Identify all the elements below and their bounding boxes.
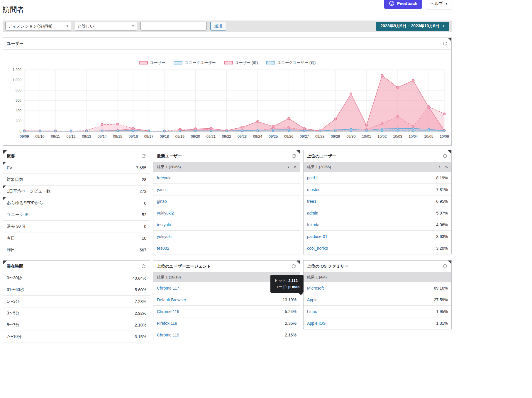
pagination-status: 結果 1 (20/66) [307,164,331,170]
table-row: paiduser013.63% [304,231,451,242]
svg-text:200: 200 [16,119,21,123]
os-link[interactable]: Microsoft [307,286,324,290]
user-link[interactable]: yukiyuki2 [157,211,174,215]
row-label: 1〜3分 [7,299,20,304]
table-row: 7〜10分3.15% [3,331,150,343]
table-row: 対象日数28 [3,174,150,186]
user-link[interactable]: tes002 [157,246,169,251]
top-users-panel: 上位のユーザー 結果 1 (20/66) › » paid18.19% mast… [303,150,452,254]
panel-title: 上位のユーザーエージェント [157,264,211,269]
os-link[interactable]: Apple [307,297,318,302]
row-value: 7.81% [436,187,448,192]
user-agent-link[interactable]: Chrome 116 [157,309,179,314]
table-row: paid18.19% [304,172,451,184]
chevron-down-icon: ▼ [445,2,448,5]
refresh-icon[interactable] [291,153,297,159]
user-agent-link[interactable]: Chrome 117 [157,286,179,290]
pagination-arrows: › » [435,164,448,170]
operator-select-wrap: と等しい [75,22,137,30]
table-row: Microsoft69.16% [304,282,451,294]
panel-title: 上位の OS ファミリー [307,264,349,269]
next-page-icon[interactable]: › [439,164,440,170]
user-link[interactable]: yukiyuki [157,234,172,239]
row-value: 13.19% [283,297,297,302]
user-link[interactable]: testyuki [157,222,171,227]
last-page-icon[interactable]: » [445,164,448,170]
date-range-button[interactable]: 2023年9月9日 – 2023年10月6日 ▼ [376,22,449,31]
table-row: 過去 30 分0 [3,221,150,232]
svg-text:10/02: 10/02 [377,135,387,139]
row-label: 31〜60秒 [7,287,24,292]
refresh-icon[interactable] [291,263,297,269]
table-row: free16.95% [304,195,451,207]
corner-flag [3,197,6,200]
svg-text:10/04: 10/04 [409,135,418,139]
user-link[interactable]: freeyuki [157,176,171,180]
row-value: 28 [142,177,146,182]
pagination-status: 結果 1 (4/4) [307,275,327,280]
row-label: 7〜10分 [7,334,22,339]
user-link[interactable]: fukuda [307,222,319,227]
user-link[interactable]: ginzo [157,199,167,204]
row-value: 52 [142,212,146,217]
refresh-icon[interactable] [442,41,448,46]
pagination-arrows: › » [284,164,297,170]
os-families-rows: Microsoft69.16% Apple27.59% Linux1.95% A… [304,282,451,329]
user-link[interactable]: cool_noriko [307,246,328,251]
corner-handle [448,38,451,41]
table-row: fukuda4.06% [304,219,451,231]
dimension-select[interactable]: ディメンション(分析軸) [5,22,71,30]
row-value: 3.15% [135,334,146,339]
page-header: 訪問者 Feedback ヘルプ ▼ [3,0,455,21]
row-value: 1.95% [436,309,448,314]
user-link[interactable]: yasuji [157,187,167,192]
panel-title: 概要 [7,154,15,159]
legend-item-unique-users-prev: ユニークユーザー (前) [266,60,316,65]
user-agent-link[interactable]: Chrome 119 [157,333,179,337]
user-link[interactable]: master [307,187,320,192]
refresh-icon[interactable] [442,263,448,269]
legend-swatch-blue [174,61,182,64]
list-item: ginzo [153,195,300,207]
row-label: 5〜7分 [7,322,20,328]
user-link[interactable]: paid1 [307,176,317,180]
os-families-panel: 上位の OS ファミリー 結果 1 (4/4) Microsoft69.16% … [303,260,452,329]
feedback-button[interactable]: Feedback [384,0,422,9]
panel-header: 上位の OS ファミリー [304,261,451,272]
last-page-icon[interactable]: » [294,164,297,170]
user-agent-link[interactable]: Firefox 118 [157,321,177,326]
row-value: 6.95% [436,199,448,204]
list-item: yukiyuki2 [153,207,300,219]
filter-value-input[interactable] [140,22,207,30]
svg-text:09/28: 09/28 [315,135,324,139]
svg-text:09/26: 09/26 [284,135,293,139]
refresh-icon[interactable] [141,153,146,159]
user-link[interactable]: admin [307,211,318,215]
user-link[interactable]: free1 [307,199,316,204]
pagination-status: 結果 1 (20/66) [157,164,181,170]
refresh-icon[interactable] [141,263,146,269]
operator-select[interactable]: と等しい [75,22,137,30]
svg-text:1,000: 1,000 [13,78,21,82]
dimension-select-wrap: ディメンション(分析軸) [5,22,71,30]
table-row: Apple iOS1.31% [304,317,451,329]
row-value: 7.23% [135,299,146,304]
svg-text:09/23: 09/23 [238,135,247,139]
feedback-label: Feedback [397,1,417,6]
apply-button[interactable]: 適用 [210,22,226,30]
page: 訪問者 Feedback ヘルプ ▼ ディメンション(分析軸) と等しい 適用 … [0,0,455,343]
user-link[interactable]: paiduser01 [307,234,327,239]
os-link[interactable]: Apple iOS [307,321,326,326]
chevron-down-icon: ▼ [442,25,445,28]
help-button[interactable]: ヘルプ ▼ [426,0,452,9]
legend-swatch-pink [139,61,148,64]
panel-header: ユーザー [3,38,451,50]
refresh-icon[interactable] [442,153,448,159]
hover-tooltip: ヒット: 2,112 コード: p-mac [270,275,304,293]
os-link[interactable]: Linux [307,309,317,314]
corner-handle [297,261,300,264]
user-agent-link[interactable]: Default Browser [157,297,186,302]
svg-text:09/14: 09/14 [98,135,107,139]
users-chart-panel: ユーザー ユーザー ユニークユーザー ユーザー (前) ユニークユーザー (前)… [3,38,452,146]
next-page-icon[interactable]: › [287,164,289,170]
